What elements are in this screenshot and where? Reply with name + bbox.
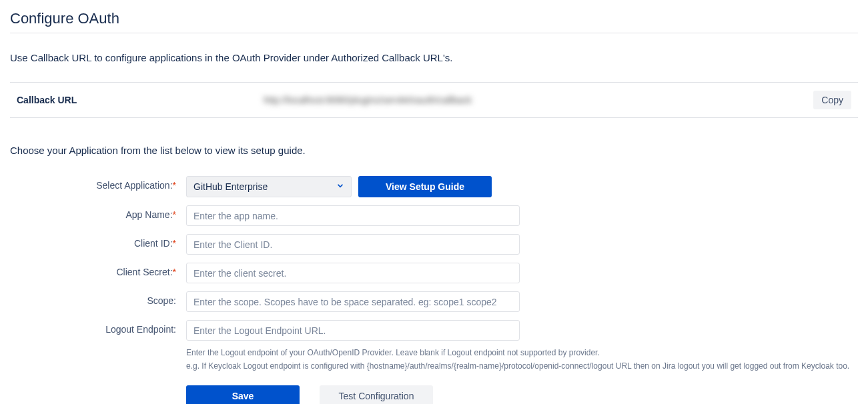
- callback-url-label: Callback URL: [17, 95, 264, 105]
- page-title: Configure OAuth: [10, 10, 858, 27]
- row-logout-endpoint: Logout Endpoint:: [10, 320, 858, 341]
- callback-url-row: Callback URL http://localhost:8080/plugi…: [10, 82, 858, 118]
- callback-url-value: http://localhost:8080/plugins/servlet/oa…: [264, 95, 472, 105]
- app-name-label: App Name:*: [10, 205, 176, 220]
- save-button[interactable]: Save: [186, 385, 300, 404]
- client-secret-input[interactable]: [186, 263, 520, 283]
- intro-text: Use Callback URL to configure applicatio…: [10, 52, 858, 63]
- scope-label: Scope:: [10, 291, 176, 306]
- row-client-id: Client ID:*: [10, 234, 858, 255]
- select-application-label: Select Application:*: [10, 176, 176, 191]
- row-client-secret: Client Secret:*: [10, 263, 858, 283]
- logout-endpoint-input[interactable]: [186, 320, 520, 341]
- row-app-name: App Name:*: [10, 205, 858, 226]
- client-id-input[interactable]: [186, 234, 520, 255]
- app-name-input[interactable]: [186, 205, 520, 226]
- view-setup-guide-button[interactable]: View Setup Guide: [358, 176, 492, 197]
- scope-input[interactable]: [186, 291, 520, 312]
- action-buttons: Save Test Configuration: [186, 385, 858, 404]
- row-select-application: Select Application:* GitHub Enterprise V…: [10, 176, 858, 197]
- client-secret-label: Client Secret:*: [10, 263, 176, 277]
- title-divider: [10, 33, 858, 33]
- client-id-label: Client ID:*: [10, 234, 176, 249]
- logout-endpoint-label: Logout Endpoint:: [10, 320, 176, 335]
- logout-hint-1: Enter the Logout endpoint of your OAuth/…: [186, 346, 858, 359]
- copy-button[interactable]: Copy: [813, 91, 851, 109]
- row-scope: Scope:: [10, 291, 858, 312]
- select-application-dropdown[interactable]: GitHub Enterprise: [186, 176, 352, 197]
- choose-app-text: Choose your Application from the list be…: [10, 145, 858, 156]
- logout-hint-2: e.g. If Keycloak Logout endpoint is conf…: [186, 359, 858, 373]
- test-configuration-button[interactable]: Test Configuration: [320, 385, 433, 404]
- logout-endpoint-hints: Enter the Logout endpoint of your OAuth/…: [186, 346, 858, 373]
